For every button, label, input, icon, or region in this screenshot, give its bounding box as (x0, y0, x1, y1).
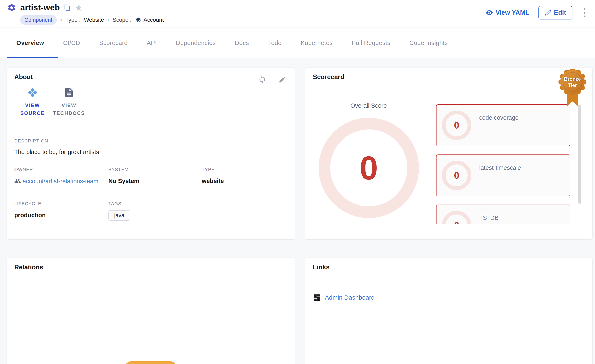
owner-field: OWNER account/artist-relations-team (14, 167, 106, 186)
tags-field: TAGS java (108, 201, 130, 221)
system-field: SYSTEM No System (108, 167, 139, 184)
rule-card-latest-timescale[interactable]: 0 latest-timescale (436, 154, 570, 196)
tags-label: TAGS (108, 201, 130, 206)
description-field: DESCRIPTION The place to be, for great a… (14, 138, 99, 155)
rule-score-donut: 0 (442, 211, 471, 224)
tab-scorecard[interactable]: Scorecard (90, 28, 137, 58)
view-yaml-button[interactable]: View YAML (486, 9, 529, 16)
rules-scrollbar[interactable] (578, 105, 581, 204)
overall-score-label: Overall Score (327, 102, 410, 109)
owner-label: OWNER (14, 167, 106, 172)
type-label: Type : (65, 17, 81, 23)
tag-chip-java[interactable]: java (108, 210, 130, 221)
view-source-label: VIEW SOURCE (19, 101, 46, 117)
copy-entity-name-icon[interactable] (64, 4, 71, 11)
rule-score-donut: 0 (442, 111, 471, 140)
scope-group: Account (135, 17, 164, 23)
type-field-value: website (202, 178, 224, 184)
view-yaml-label: View YAML (496, 9, 529, 16)
layers-icon (135, 17, 142, 23)
links-card: Links Admin Dashboard (305, 258, 593, 364)
lifecycle-label: LIFECYCLE (14, 201, 46, 206)
description-label: DESCRIPTION (14, 138, 99, 144)
techdocs-file-icon (64, 87, 75, 98)
page-title: artist-web (20, 3, 60, 12)
rule-card-code-coverage[interactable]: 0 code coverage (436, 104, 570, 146)
kind-chip[interactable]: Component (20, 15, 57, 25)
tab-docs[interactable]: Docs (225, 28, 258, 58)
relations-action-button[interactable] (125, 361, 177, 364)
lifecycle-field: LIFECYCLE production (14, 201, 46, 219)
owner-link[interactable]: account/artist-relations-team (23, 177, 106, 186)
edit-about-icon[interactable] (278, 75, 286, 84)
scope-value: Account (144, 17, 164, 23)
about-card: About VIEW SOURCE VIEW TECHDOCS DESCRIPT… (7, 67, 295, 239)
bronze-tier-badge: Bronze Tier (558, 69, 587, 108)
type-field: TYPE website (202, 167, 224, 184)
entity-page: artist-web Component • Type : Website • … (0, 0, 595, 364)
type-field-label: TYPE (202, 167, 224, 172)
edit-button[interactable]: Edit (538, 6, 572, 20)
rule-card-ts-db[interactable]: 0 TS_DB (436, 204, 570, 224)
tab-overview[interactable]: Overview (7, 28, 54, 58)
active-tab-indicator (7, 57, 58, 58)
lifecycle-value: production (14, 212, 46, 219)
rule-name: latest-timescale (479, 164, 521, 171)
rule-score-value: 0 (454, 170, 459, 181)
tab-api[interactable]: API (137, 28, 166, 58)
title-row: artist-web (7, 3, 83, 12)
overall-score-donut: 0 (319, 118, 419, 218)
tab-dependencies[interactable]: Dependencies (166, 28, 225, 58)
view-techdocs-button[interactable]: VIEW TECHDOCS (52, 87, 86, 117)
badge-line2: Tier (568, 82, 577, 88)
badge-line1: Bronze (564, 76, 581, 82)
rule-score-value: 0 (454, 120, 459, 131)
scorecard-card-title: Scorecard (313, 73, 344, 81)
scorecard-rules-list: 0 code coverage 0 latest-timescale 0 TS_… (436, 104, 570, 224)
overall-score-value: 0 (360, 149, 378, 187)
page-header: artist-web Component • Type : Website • … (0, 0, 595, 27)
rule-score-donut: 0 (442, 161, 471, 190)
system-label: SYSTEM (108, 167, 139, 172)
tab-code-insights[interactable]: Code Insights (400, 28, 457, 58)
about-card-actions (258, 75, 286, 84)
link-label: Admin Dashboard (325, 294, 375, 301)
rule-score-value: 0 (454, 220, 459, 224)
relations-card: Relations (7, 258, 295, 364)
description-value: The place to be, for great artists (14, 149, 99, 155)
about-card-title: About (14, 73, 33, 81)
tab-cicd[interactable]: CI/CD (54, 28, 90, 58)
tab-todo[interactable]: Todo (259, 28, 291, 58)
source-diamond-icon (27, 87, 38, 98)
eye-icon (486, 9, 493, 16)
rule-name: code coverage (479, 114, 518, 121)
tab-kubernetes[interactable]: Kubernetes (291, 28, 342, 58)
tab-pull-requests[interactable]: Pull Requests (342, 28, 400, 58)
scorecard-card: Scorecard Overall Score 0 0 code coverag… (305, 67, 593, 239)
rule-name: TS_DB (479, 215, 498, 221)
group-icon (14, 178, 21, 184)
favorite-star-icon[interactable] (75, 4, 83, 12)
link-item-admin-dashboard[interactable]: Admin Dashboard (313, 293, 375, 302)
more-options-menu[interactable] (581, 7, 588, 19)
header-actions: View YAML Edit (486, 6, 588, 20)
pencil-icon (545, 9, 551, 16)
entity-meta-row: Component • Type : Website • Scope : Acc… (20, 15, 164, 25)
scope-label: Scope : (113, 17, 132, 23)
dashboard-icon (313, 293, 321, 302)
view-source-button[interactable]: VIEW SOURCE (19, 87, 46, 117)
view-techdocs-label: VIEW TECHDOCS (52, 101, 86, 117)
entity-tabbar: Overview CI/CD Scorecard API Dependencie… (0, 28, 595, 58)
refresh-icon[interactable] (258, 75, 266, 84)
type-value: Website (84, 17, 104, 23)
meta-separator: • (107, 17, 109, 23)
system-value: No System (108, 178, 139, 184)
relations-card-title: Relations (14, 264, 43, 271)
edit-button-label: Edit (554, 9, 566, 16)
component-gear-icon (7, 3, 16, 12)
links-card-title: Links (313, 264, 330, 271)
meta-separator: • (60, 17, 62, 23)
